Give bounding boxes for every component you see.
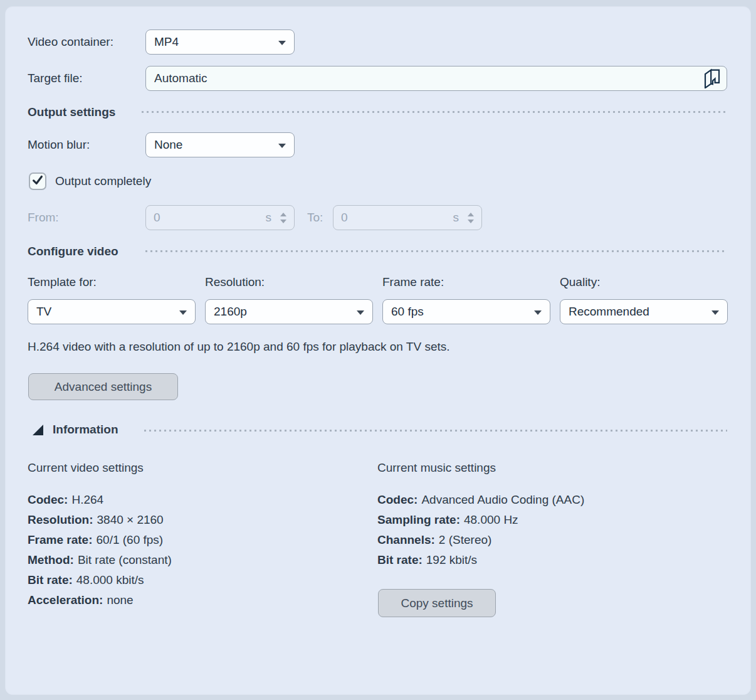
copy-settings-button[interactable]: Copy settings xyxy=(378,589,496,617)
info-row-frame-rate: Frame rate:60/1 (60 fps) xyxy=(28,530,172,550)
template-for-select[interactable]: TV xyxy=(28,299,196,324)
output-settings-title: Output settings xyxy=(28,105,115,120)
output-completely-checkbox[interactable] xyxy=(29,172,46,190)
chevron-down-icon xyxy=(357,310,364,315)
target-file-field[interactable] xyxy=(145,66,727,91)
from-spinbox: 0 s xyxy=(145,205,295,230)
information-title[interactable]: Information xyxy=(53,422,118,437)
info-row-bit-rate: Bit rate:192 kbit/s xyxy=(377,550,584,570)
current-video-settings-title: Current video settings xyxy=(28,460,144,476)
information-divider xyxy=(144,430,727,432)
checkmark-icon xyxy=(31,173,45,189)
advanced-settings-button[interactable]: Advanced settings xyxy=(28,373,178,400)
music-settings-list: Codec:Advanced Audio Coding (AAC) Sampli… xyxy=(377,490,584,570)
info-row-sampling-rate: Sampling rate:48.000 Hz xyxy=(377,510,584,530)
template-for-value: TV xyxy=(36,305,51,319)
output-completely-label: Output completely xyxy=(55,173,151,189)
chevron-down-icon xyxy=(278,144,286,148)
motion-blur-value: None xyxy=(154,138,182,152)
template-for-label: Template for: xyxy=(28,274,97,290)
collapse-triangle-icon[interactable] xyxy=(33,425,43,438)
motion-blur-select[interactable]: None xyxy=(145,132,295,157)
folder-icon xyxy=(703,68,722,90)
resolution-select[interactable]: 2160p xyxy=(205,299,373,324)
to-spinbox: 0 s xyxy=(333,205,482,230)
chevron-down-icon xyxy=(179,310,187,315)
target-file-input[interactable] xyxy=(154,72,699,85)
video-settings-list: Codec:H.264 Resolution:3840 × 2160 Frame… xyxy=(28,490,172,610)
export-settings-dialog: Video container: MP4 Target file: Output… xyxy=(0,0,756,700)
chevron-down-icon xyxy=(711,310,719,315)
info-row-codec: Codec:H.264 xyxy=(28,490,172,510)
quality-select[interactable]: Recommended xyxy=(560,299,728,324)
motion-blur-label: Motion blur: xyxy=(28,137,90,153)
to-unit: s xyxy=(453,211,459,225)
chevron-down-icon xyxy=(534,310,542,315)
info-row-bit-rate: Bit rate:48.000 kbit/s xyxy=(28,570,172,590)
info-row-codec: Codec:Advanced Audio Coding (AAC) xyxy=(377,490,584,510)
spinner-arrows-icon xyxy=(280,213,286,223)
browse-folder-button[interactable] xyxy=(701,68,723,90)
from-label: From: xyxy=(28,209,59,226)
target-file-label: Target file: xyxy=(28,70,83,87)
video-container-value: MP4 xyxy=(154,35,179,49)
info-row-channels: Channels:2 (Stereo) xyxy=(377,530,584,550)
configure-video-divider xyxy=(145,250,727,252)
quality-label: Quality: xyxy=(560,274,600,290)
frame-rate-label: Frame rate: xyxy=(382,274,444,290)
info-row-acceleration: Acceleration:none xyxy=(28,590,172,610)
current-music-settings-title: Current music settings xyxy=(377,460,496,476)
output-settings-divider xyxy=(142,111,727,113)
template-description: H.264 video with a resolution of up to 2… xyxy=(28,339,450,355)
quality-value: Recommended xyxy=(569,305,649,319)
video-container-select[interactable]: MP4 xyxy=(145,29,295,55)
chevron-down-icon xyxy=(278,41,286,45)
spinner-arrows-icon xyxy=(468,213,474,223)
to-label: To: xyxy=(307,209,323,226)
info-row-method: Method:Bit rate (constant) xyxy=(28,550,172,570)
frame-rate-value: 60 fps xyxy=(391,305,424,319)
video-container-label: Video container: xyxy=(28,34,113,50)
info-row-resolution: Resolution:3840 × 2160 xyxy=(28,510,172,530)
to-value: 0 xyxy=(341,211,453,225)
from-value: 0 xyxy=(154,211,266,225)
resolution-label: Resolution: xyxy=(205,274,265,290)
configure-video-title: Configure video xyxy=(28,244,118,259)
frame-rate-select[interactable]: 60 fps xyxy=(382,299,550,324)
from-unit: s xyxy=(266,211,272,225)
resolution-value: 2160p xyxy=(214,305,247,319)
